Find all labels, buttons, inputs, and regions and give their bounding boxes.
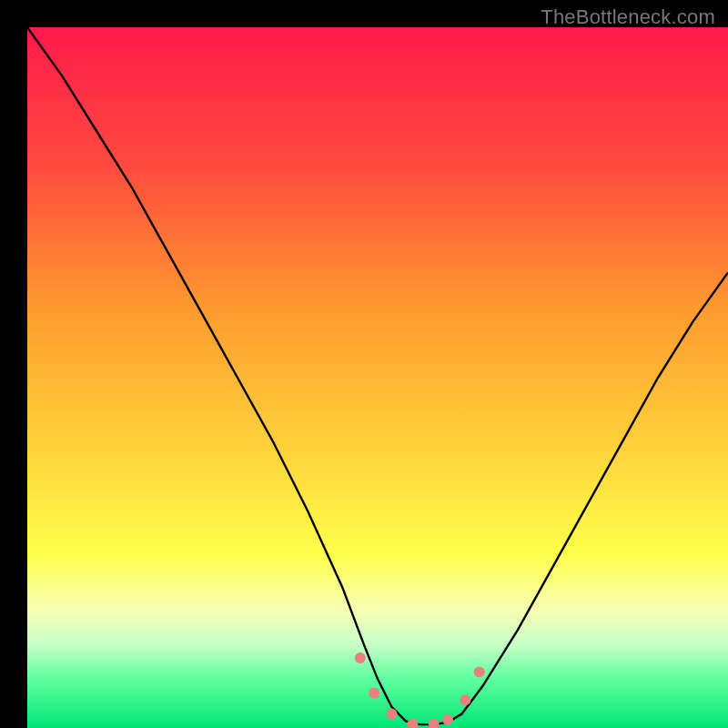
marker-point [460, 694, 470, 705]
watermark-text: TheBottleneck.com [541, 5, 715, 29]
gradient-background [27, 27, 728, 728]
chart-frame [14, 14, 714, 714]
marker-point [386, 709, 397, 720]
marker-point [442, 714, 453, 725]
marker-point [355, 652, 366, 663]
bottleneck-chart [27, 27, 728, 728]
marker-point [474, 666, 485, 677]
marker-point [369, 688, 379, 699]
